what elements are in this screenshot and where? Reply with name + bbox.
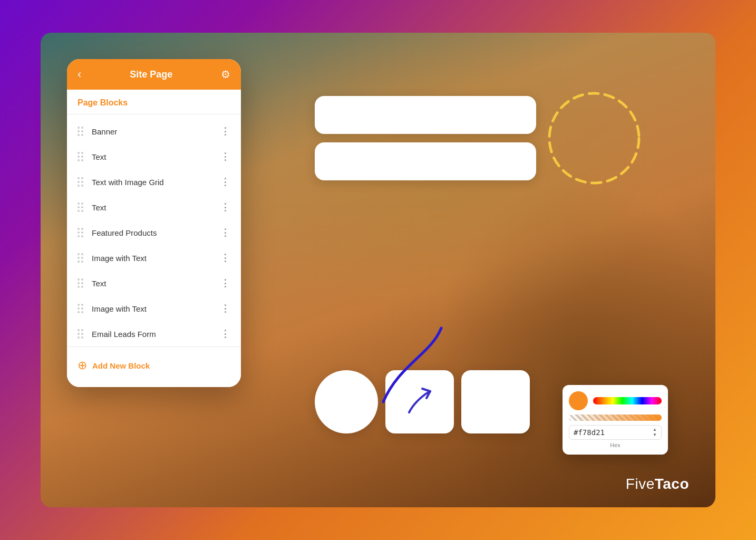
drag-handle[interactable]	[77, 228, 83, 237]
add-block-row[interactable]: ⊕ Add New Block	[67, 351, 241, 382]
more-options-icon[interactable]: ⋮	[220, 151, 230, 162]
block-name: Text	[92, 279, 220, 288]
shape-circle	[315, 370, 378, 433]
shape-square-arrow	[385, 370, 454, 433]
drag-handle[interactable]	[77, 253, 83, 263]
block-name: Text with Image Grid	[92, 178, 220, 187]
drag-handle[interactable]	[77, 329, 83, 339]
back-button[interactable]: ‹	[77, 68, 81, 81]
more-options-icon[interactable]: ⋮	[220, 252, 230, 264]
rainbow-bar[interactable]	[593, 397, 662, 404]
outer-wrapper: #f78d21 ▲ ▼ Hex ‹ Site Page ⚙ Page Block…	[41, 33, 715, 507]
drag-handle[interactable]	[77, 177, 83, 187]
block-item-image-with-text-1[interactable]: Image with Text ⋮	[67, 245, 241, 271]
white-blocks-area	[315, 96, 568, 189]
color-arrow-down[interactable]: ▼	[653, 433, 657, 437]
add-block-icon: ⊕	[77, 359, 87, 372]
more-options-icon[interactable]: ⋮	[220, 227, 230, 238]
block-name: Featured Products	[92, 228, 220, 237]
block-item-text-3[interactable]: Text ⋮	[67, 271, 241, 296]
drag-handle[interactable]	[77, 278, 83, 288]
block-name: Banner	[92, 127, 220, 136]
color-picker-panel: #f78d21 ▲ ▼ Hex	[563, 385, 668, 455]
color-arrow-up[interactable]: ▲	[653, 428, 657, 432]
block-name: Image with Text	[92, 304, 220, 313]
block-item-text-2[interactable]: Text ⋮	[67, 195, 241, 220]
block-item-email-leads-form[interactable]: Email Leads Form ⋮	[67, 321, 241, 346]
drag-handle[interactable]	[77, 127, 83, 136]
more-options-icon[interactable]: ⋮	[220, 126, 230, 137]
alpha-bar-overlay	[569, 414, 662, 421]
gear-icon[interactable]: ⚙	[221, 68, 230, 81]
color-input-row: #f78d21 ▲ ▼	[569, 425, 662, 440]
mobile-panel: ‹ Site Page ⚙ Page Blocks Banner ⋮	[67, 59, 241, 387]
color-picker-top	[569, 391, 662, 410]
divider-bottom	[67, 346, 241, 347]
more-options-icon[interactable]: ⋮	[220, 176, 230, 188]
color-arrows: ▲ ▼	[653, 428, 657, 437]
more-options-icon[interactable]: ⋮	[220, 328, 230, 340]
more-options-icon[interactable]: ⋮	[220, 277, 230, 289]
block-name: Email Leads Form	[92, 330, 220, 339]
white-block-2	[315, 142, 536, 180]
more-options-icon[interactable]: ⋮	[220, 201, 230, 213]
panel-title: Site Page	[130, 69, 172, 80]
color-hex-label: Hex	[569, 442, 662, 448]
brand-name-five: Five	[626, 476, 655, 492]
block-item-banner[interactable]: Banner ⋮	[67, 119, 241, 144]
bottom-shapes-area	[315, 370, 530, 433]
more-options-icon[interactable]: ⋮	[220, 303, 230, 314]
shape-rect	[461, 370, 530, 433]
block-item-featured-products[interactable]: Featured Products ⋮	[67, 220, 241, 245]
block-name: Image with Text	[92, 254, 220, 263]
alpha-bar[interactable]	[569, 414, 662, 421]
drag-handle[interactable]	[77, 304, 83, 313]
panel-body: Page Blocks Banner ⋮	[67, 90, 241, 387]
brand-name-taco: Taco	[655, 476, 689, 492]
brand-name: FiveTaco	[626, 476, 689, 493]
add-block-label: Add New Block	[92, 361, 150, 370]
color-swatch[interactable]	[569, 391, 588, 410]
block-item-image-with-text-2[interactable]: Image with Text ⋮	[67, 296, 241, 321]
block-name: Text	[92, 203, 220, 212]
drag-handle[interactable]	[77, 152, 83, 161]
white-block-1	[315, 96, 536, 134]
section-title: Page Blocks	[67, 98, 241, 114]
color-hex-value[interactable]: #f78d21	[574, 428, 650, 437]
block-item-text-1[interactable]: Text ⋮	[67, 144, 241, 169]
block-name: Text	[92, 152, 220, 161]
block-item-text-with-image-grid[interactable]: Text with Image Grid ⋮	[67, 169, 241, 195]
panel-header: ‹ Site Page ⚙	[67, 59, 241, 90]
drag-handle[interactable]	[77, 202, 83, 212]
divider	[67, 114, 241, 114]
